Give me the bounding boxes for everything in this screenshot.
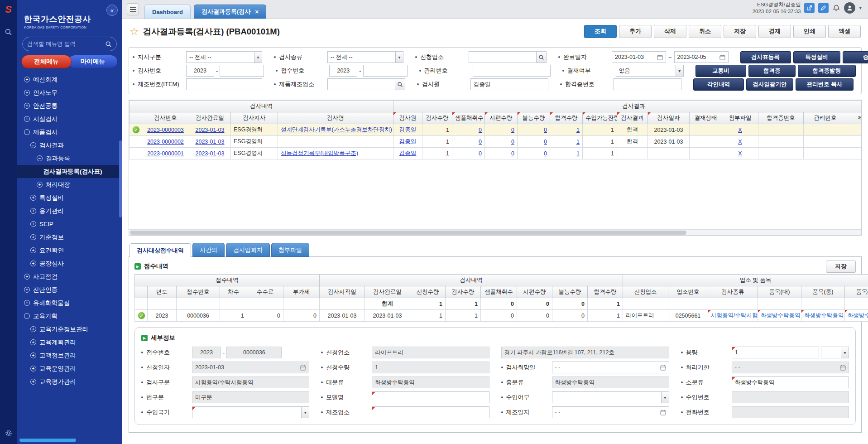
grid-link[interactable]: 김종일 — [399, 126, 417, 133]
edit-pencil-icon[interactable] — [818, 3, 829, 13]
grid-cell[interactable]: 2023-01-03 — [365, 310, 410, 322]
grid-cell[interactable]: 1 — [446, 310, 481, 322]
column-header[interactable]: 관리번호 — [804, 112, 847, 124]
expand-plus-icon[interactable]: + — [24, 274, 30, 280]
grid-cell[interactable]: 합격 — [617, 124, 648, 136]
sidebar-horizontal-scrollbar[interactable] — [19, 439, 76, 442]
search-icon[interactable] — [537, 51, 547, 63]
grid-link[interactable]: 0 — [511, 150, 514, 157]
expand-plus-icon[interactable]: + — [30, 379, 36, 385]
grid-cell[interactable]: X — [722, 124, 758, 136]
inspector-input[interactable] — [470, 78, 548, 90]
sidebar-item[interactable]: +기준정보 — [17, 231, 122, 244]
grid-cell[interactable]: 0 — [552, 310, 588, 322]
grid-cell[interactable]: 1 — [550, 148, 583, 159]
mdi-tab[interactable]: Dashboard — [144, 5, 191, 19]
sidebar-item[interactable]: +교육운영관리 — [17, 362, 122, 375]
column-header[interactable]: 샘플채취수 — [452, 112, 485, 124]
complete-date-from[interactable]: 2023-01-03 — [612, 51, 666, 63]
grid-cell[interactable]: 화생방수탁용역 — [801, 310, 845, 322]
grid-link[interactable]: 1 — [576, 139, 580, 145]
sidebar-item[interactable]: −결과등록 — [17, 152, 122, 165]
close-icon[interactable]: × — [255, 8, 259, 15]
grid-link[interactable]: X — [738, 127, 742, 133]
column-header[interactable]: 검사수량 — [446, 286, 481, 298]
collapse-minus-icon[interactable]: − — [37, 155, 43, 161]
grid-link[interactable]: 0 — [479, 150, 482, 157]
hope-date-input[interactable]: - - — [552, 362, 669, 373]
settings-gear-icon[interactable] — [5, 429, 13, 439]
sidebar-vertical-scrollbar[interactable] — [119, 140, 122, 217]
capacity-unit-select[interactable]: ▾ — [821, 347, 849, 358]
column-header[interactable]: 불능수량 — [518, 112, 550, 124]
column-header[interactable]: 검사일자 — [648, 112, 690, 124]
grid-cell[interactable]: 합격 — [617, 136, 648, 148]
import-yn-select[interactable]: ▾ — [552, 391, 669, 403]
inspection-type-select[interactable]: -- 전체 -- ▾ — [327, 51, 403, 63]
toolbar-button[interactable]: 인쇄 — [793, 25, 826, 38]
expand-plus-icon[interactable]: + — [30, 234, 36, 240]
grid-horizontal-scrollbar[interactable] — [129, 229, 861, 235]
receipt-no-year-input[interactable] — [329, 65, 357, 77]
table-row[interactable]: 2023-00000022023-01-03ESG경영처김종일100011합격2… — [129, 136, 862, 148]
collapse-minus-icon[interactable]: − — [24, 129, 30, 135]
apps-grid-icon[interactable] — [5, 63, 12, 70]
quick-action-button[interactable]: 특정설비 — [793, 51, 840, 63]
grid-cell[interactable]: 0 — [481, 310, 517, 322]
notifications-bell-icon[interactable] — [832, 4, 840, 12]
column-header[interactable]: 검사지사 — [231, 112, 278, 124]
quick-action-button[interactable]: 교통비 — [695, 65, 746, 77]
column-header[interactable]: 검사시작일 — [320, 286, 365, 298]
grid-cell[interactable] — [804, 136, 847, 148]
expand-plus-icon[interactable]: + — [30, 352, 36, 358]
row-select-cell[interactable]: ✓ — [135, 310, 148, 322]
manage-no-input[interactable] — [473, 65, 551, 77]
grid-cell[interactable]: 0 — [452, 148, 485, 159]
column-header[interactable]: 제 — [847, 112, 862, 124]
grid-cell[interactable]: X — [722, 148, 758, 159]
table-row[interactable]: 2023-00000012023-01-03ESG경영처성능검정기록부(내압방폭… — [129, 148, 862, 159]
detail-tab[interactable]: 검사입회자 — [226, 243, 270, 257]
sidebar-item[interactable]: +교육계획관리 — [17, 336, 122, 349]
grid-link[interactable]: 0 — [544, 127, 547, 133]
grid-cell[interactable]: 0 — [518, 124, 550, 136]
expand-plus-icon[interactable]: + — [24, 300, 30, 306]
grid-link[interactable]: 성능검정기록부(내압방폭구조) — [281, 150, 358, 156]
grid-cell[interactable]: 0 — [247, 310, 283, 322]
table-row[interactable]: ✓202300000361002023-01-032023-01-0311000… — [135, 310, 868, 322]
item-serial-input[interactable] — [186, 78, 262, 90]
sidebar-item[interactable]: −검사결과 — [17, 139, 122, 152]
detail-tab[interactable]: 시간외 — [192, 243, 225, 257]
grid-link[interactable]: 설계단계검사기록부(가스누출경보차단장치) — [281, 126, 392, 133]
grid-link[interactable]: 2023-01-03 — [196, 139, 225, 145]
grid-cell[interactable] — [847, 148, 862, 159]
row-select-cell[interactable]: ✓ — [129, 124, 142, 136]
grid-cell[interactable]: 1 — [422, 124, 452, 136]
column-header[interactable]: 합격증번호 — [758, 112, 804, 124]
quick-action-button[interactable]: 증명서 — [843, 51, 868, 63]
grid-cell[interactable] — [804, 148, 847, 159]
column-header[interactable]: 검사완료일 — [189, 112, 231, 124]
grid-link[interactable]: 김종일 — [399, 150, 417, 156]
sidebar-item[interactable]: +교육평가관리 — [17, 375, 122, 388]
grid-cell[interactable]: 2023-01-03 — [648, 124, 690, 136]
column-header[interactable]: 년도 — [148, 286, 177, 298]
sidebar-item[interactable]: +처리대장 — [17, 178, 122, 191]
sidebar-item[interactable]: +용기관리 — [17, 204, 122, 217]
external-link-icon[interactable] — [804, 3, 815, 13]
toolbar-button[interactable]: 엑셀 — [828, 25, 861, 38]
grid-link[interactable]: 2023-01-03 — [196, 150, 225, 157]
grid-cell[interactable]: 0 — [485, 136, 518, 148]
grid-cell[interactable]: 성능검정기록부(내압방폭구조) — [278, 148, 393, 159]
column-header[interactable]: 업소번호 — [668, 286, 708, 298]
sidebar-collapse-button[interactable]: « — [106, 5, 118, 16]
column-header[interactable]: 신청업소 — [623, 286, 668, 298]
column-header[interactable]: 검사번호 — [142, 112, 189, 124]
sidebar-item[interactable]: +유해화학물질 — [17, 296, 122, 309]
sidebar-item[interactable]: 검사결과등록(검사표) — [17, 165, 122, 178]
capacity-input[interactable]: 1 — [732, 347, 819, 358]
grid-cell[interactable]: 화생방수탁용역 — [758, 310, 801, 322]
quick-action-button[interactable]: 검사표등록 — [740, 51, 791, 63]
grid-cell[interactable]: 1 — [583, 148, 617, 159]
search-icon[interactable] — [5, 28, 12, 37]
